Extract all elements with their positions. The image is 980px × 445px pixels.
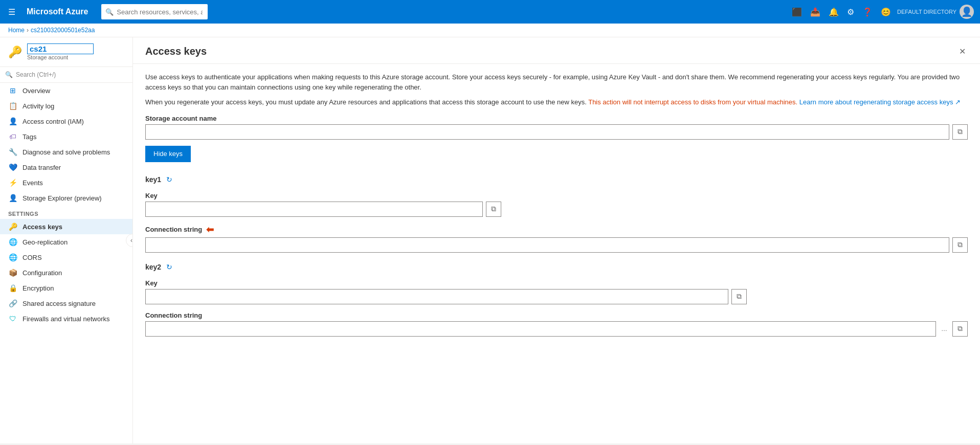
user-area: DEFAULT DIRECTORY 👤 xyxy=(897,5,974,19)
content-body: Use access keys to authenticate your app… xyxy=(133,64,980,345)
storage-account-name-copy-button[interactable]: ⧉ xyxy=(952,124,968,140)
sidebar-search-input[interactable] xyxy=(16,71,127,78)
refresh-icon: ↻ xyxy=(166,175,172,184)
cors-icon: 🌐 xyxy=(8,253,17,261)
sidebar-item-label: Shared access signature xyxy=(23,300,96,307)
sidebar-item-access-control[interactable]: 👤 Access control (IAM) xyxy=(0,114,132,129)
refresh-icon: ↻ xyxy=(166,263,172,271)
content-header: Access keys ✕ xyxy=(133,37,980,64)
key2-connection-string-copy-button[interactable]: ⧉ xyxy=(952,321,968,337)
key1-key-input[interactable] xyxy=(145,202,483,217)
smiley-button[interactable]: 😊 xyxy=(879,5,893,19)
tags-icon: 🏷 xyxy=(8,132,17,141)
sidebar-item-configuration[interactable]: 📦 Configuration xyxy=(0,265,132,280)
key2-key-label: Key xyxy=(145,279,968,287)
sidebar-item-events[interactable]: ⚡ Events xyxy=(0,175,132,190)
sidebar-item-activity-log[interactable]: 📋 Activity log xyxy=(0,98,132,114)
page-title: Access keys xyxy=(145,46,207,57)
key1-connection-string-label-wrap: Connection string ⬅ xyxy=(145,224,968,235)
copy-icon: ⧉ xyxy=(737,292,742,301)
access-control-icon: 👤 xyxy=(8,117,17,125)
key2-connection-string-input[interactable] xyxy=(145,321,936,337)
storage-account-name-row: ⧉ xyxy=(145,124,968,140)
resource-header: 🔑 Storage account xyxy=(0,37,132,67)
key1-connection-string-label: Connection string xyxy=(145,226,202,233)
firewalls-icon: 🛡 xyxy=(8,315,17,323)
sidebar-item-diagnose[interactable]: 🔧 Diagnose and solve problems xyxy=(0,144,132,160)
sidebar-item-label: Data transfer xyxy=(23,164,61,171)
key1-connection-string-input[interactable] xyxy=(145,237,949,253)
warn-text: This action will not interrupt access to… xyxy=(588,98,797,106)
key1-key-copy-button[interactable]: ⧉ xyxy=(486,202,501,217)
key2-refresh-button[interactable]: ↻ xyxy=(165,262,173,272)
data-transfer-icon: 💙 xyxy=(8,163,17,171)
brand-name: Microsoft Azure xyxy=(27,7,88,16)
global-search-input[interactable] xyxy=(101,4,208,19)
sidebar-item-storage-explorer[interactable]: 👤 Storage Explorer (preview) xyxy=(0,190,132,206)
main-layout: 🔑 Storage account ‹‹ 🔍 ⊞ Overview � xyxy=(0,37,980,443)
storage-account-name-input[interactable] xyxy=(145,124,949,140)
sidebar-item-access-keys[interactable]: 🔑 Access keys xyxy=(0,219,132,234)
diagnose-icon: 🔧 xyxy=(8,148,17,156)
breadcrumb-current[interactable]: cs210032000501e52aa xyxy=(31,27,95,34)
close-button[interactable]: ✕ xyxy=(957,44,968,58)
encryption-icon: 🔒 xyxy=(8,284,17,292)
settings-button[interactable]: ⚙ xyxy=(845,5,856,19)
key2-section-header: key2 ↻ xyxy=(145,262,968,272)
sidebar-item-overview[interactable]: ⊞ Overview xyxy=(0,83,132,98)
copy-icon: ⧉ xyxy=(957,324,963,333)
directory-label: DEFAULT DIRECTORY xyxy=(897,9,956,15)
key1-refresh-button[interactable]: ↻ xyxy=(165,174,173,185)
notifications-button[interactable]: 🔔 xyxy=(827,5,841,19)
user-avatar[interactable]: 👤 xyxy=(960,5,974,19)
info-warn-text: When you regenerate your access keys, yo… xyxy=(145,98,587,106)
settings-section-header: Settings xyxy=(0,206,132,219)
feedback-button[interactable]: 📥 xyxy=(808,5,822,19)
copy-icon: ⧉ xyxy=(957,127,963,136)
sidebar-item-data-transfer[interactable]: 💙 Data transfer xyxy=(0,160,132,175)
resource-info: Storage account xyxy=(27,43,124,60)
sidebar-nav: ⊞ Overview 📋 Activity log 👤 Access contr… xyxy=(0,83,132,443)
connection-string-label-row: Connection string ⬅ xyxy=(145,224,968,235)
key1-label: key1 xyxy=(145,175,161,184)
sidebar-item-shared-access-signature[interactable]: 🔗 Shared access signature xyxy=(0,296,132,311)
help-button[interactable]: ❓ xyxy=(860,5,875,19)
hide-keys-button[interactable]: Hide keys xyxy=(145,146,191,162)
sidebar-item-label: Overview xyxy=(23,87,50,95)
sidebar-item-geo-replication[interactable]: 🌐 Geo-replication xyxy=(0,234,132,250)
breadcrumb: Home › cs210032000501e52aa xyxy=(0,24,980,37)
access-keys-icon: 🔑 xyxy=(8,222,17,231)
sidebar-item-label: Access keys xyxy=(23,223,62,231)
key2-key-copy-button[interactable]: ⧉ xyxy=(731,289,747,304)
resource-name-input[interactable] xyxy=(27,43,94,54)
copy-icon: ⧉ xyxy=(957,240,963,249)
learn-more-link[interactable]: Learn more about regenerating storage ac… xyxy=(799,98,961,106)
events-icon: ⚡ xyxy=(8,179,17,187)
red-arrow-indicator: ⬅ xyxy=(206,224,214,235)
storage-explorer-icon: 👤 xyxy=(8,194,17,202)
sidebar-item-tags[interactable]: 🏷 Tags xyxy=(0,129,132,144)
resource-icon: 🔑 xyxy=(8,46,22,59)
overview-icon: ⊞ xyxy=(8,86,17,95)
key2-label: key2 xyxy=(145,263,161,271)
sidebar-item-label: Firewalls and virtual networks xyxy=(23,315,110,323)
sidebar-item-label: Access control (IAM) xyxy=(23,118,84,125)
sidebar-search-icon: 🔍 xyxy=(5,71,13,78)
geo-replication-icon: 🌐 xyxy=(8,238,17,246)
key2-connection-string-label: Connection string xyxy=(145,312,968,319)
key1-key-row: ⧉ xyxy=(145,202,968,217)
key1-connection-string-copy-button[interactable]: ⧉ xyxy=(952,237,968,253)
sidebar-item-label: CORS xyxy=(23,254,42,261)
cloud-shell-button[interactable]: ⬛ xyxy=(790,5,804,19)
activity-log-icon: 📋 xyxy=(8,102,17,110)
info-paragraph-1: Use access keys to authenticate your app… xyxy=(145,72,968,92)
sidebar-item-cors[interactable]: 🌐 CORS xyxy=(0,250,132,265)
key1-key-label: Key xyxy=(145,192,968,199)
breadcrumb-home[interactable]: Home xyxy=(8,27,25,34)
key2-key-input[interactable] xyxy=(145,289,728,304)
sidebar-item-encryption[interactable]: 🔒 Encryption xyxy=(0,280,132,296)
hamburger-menu-button[interactable]: ☰ xyxy=(6,5,17,19)
sidebar-item-firewalls[interactable]: 🛡 Firewalls and virtual networks xyxy=(0,311,132,326)
resource-type: Storage account xyxy=(27,54,124,60)
key1-section-header: key1 ↻ xyxy=(145,174,968,185)
